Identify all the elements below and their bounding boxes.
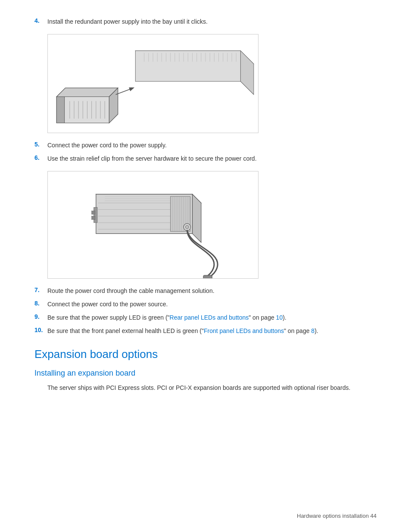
section-title: Expansion board options: [34, 348, 377, 361]
step-text-7: Route the power cord through the cable m…: [47, 286, 377, 296]
svg-marker-26: [56, 88, 118, 96]
svg-rect-29: [56, 97, 64, 123]
step-9: 9. Be sure that the power supply LED is …: [34, 313, 377, 322]
step-number-10: 10.: [34, 327, 47, 333]
step-7: 7. Route the power cord through the cabl…: [34, 286, 377, 296]
step-number-8: 8.: [34, 300, 47, 307]
front-panel-link[interactable]: Front panel LEDs and buttons: [204, 327, 284, 334]
step-text-10: Be sure that the front panel external he…: [47, 327, 377, 336]
svg-rect-80: [92, 216, 95, 220]
rear-panel-page-link[interactable]: 10: [276, 314, 283, 321]
svg-rect-78: [94, 207, 97, 223]
step-text-9: Be sure that the power supply LED is gre…: [47, 313, 377, 322]
step-text-6: Use the strain relief clip from the serv…: [47, 154, 377, 163]
step-6: 6. Use the strain relief clip from the s…: [34, 154, 377, 163]
step-5: 5. Connect the power cord to the power s…: [34, 141, 377, 150]
image-power-cord: [47, 171, 258, 279]
subsection-title: Installing an expansion board: [34, 369, 377, 378]
step-number-5: 5.: [34, 141, 47, 148]
svg-rect-75: [203, 275, 212, 278]
rear-panel-link[interactable]: Rear panel LEDs and buttons: [170, 314, 249, 321]
step-number-7: 7.: [34, 286, 47, 293]
step-text-8: Connect the power cord to the power sour…: [47, 300, 377, 309]
step-text-4: Install the redundant power supply into …: [47, 17, 377, 26]
front-panel-page-link[interactable]: 8: [311, 327, 314, 334]
server-diagram-svg-2: [48, 171, 258, 278]
footer: Hardware options installation 44: [297, 513, 377, 519]
step-number-9: 9.: [34, 313, 47, 320]
body-text: The server ships with PCI Express slots.…: [47, 383, 377, 392]
footer-text: Hardware options installation 44: [297, 513, 377, 519]
server-diagram-svg-1: [48, 34, 258, 133]
step-4: 4. Install the redundant power supply in…: [34, 17, 377, 26]
svg-rect-79: [92, 211, 95, 214]
step-8: 8. Connect the power cord to the power s…: [34, 300, 377, 309]
image-power-supply-install: [47, 34, 258, 133]
step-number-4: 4.: [34, 17, 47, 24]
svg-marker-54: [193, 194, 201, 243]
step-10: 10. Be sure that the front panel externa…: [34, 327, 377, 336]
svg-point-74: [185, 225, 189, 229]
step-text-5: Connect the power cord to the power supp…: [47, 141, 377, 150]
step-number-6: 6.: [34, 154, 47, 161]
